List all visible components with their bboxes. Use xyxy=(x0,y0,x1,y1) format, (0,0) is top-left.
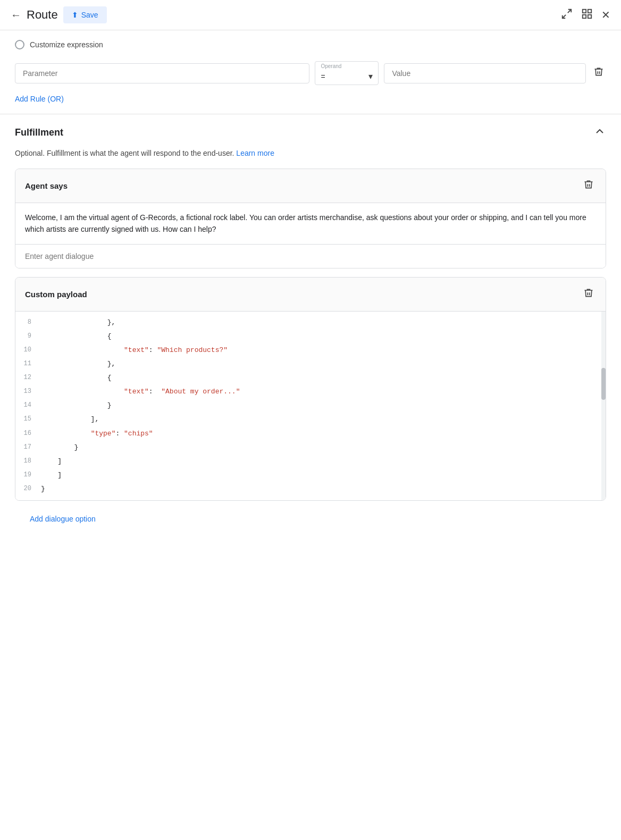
agent-dialogue-input[interactable] xyxy=(15,245,606,268)
delete-payload-button[interactable] xyxy=(581,285,596,304)
line-content: { xyxy=(41,331,112,342)
line-content: "text": "Which products?" xyxy=(41,345,228,356)
code-scroll-wrapper: 8 },9 {10 "text": "Which products?"11 },… xyxy=(15,312,606,500)
header-left: ← Route ⬆ Save xyxy=(11,6,555,23)
line-content: } xyxy=(41,483,45,495)
code-line: 10 "text": "Which products?" xyxy=(15,343,606,357)
line-content: "type": "chips" xyxy=(41,428,153,440)
add-dialogue-option-button[interactable]: Add dialogue option xyxy=(30,515,96,523)
line-content: } xyxy=(41,442,78,453)
fulfillment-description: Optional. Fulfillment is what the agent … xyxy=(15,148,606,159)
add-rule-row: Add Rule (OR) xyxy=(0,91,621,114)
line-number: 20 xyxy=(15,483,41,494)
collapse-icon[interactable] xyxy=(593,125,606,140)
customize-radio[interactable] xyxy=(15,40,24,49)
code-line: 19 ] xyxy=(15,468,606,482)
fullscreen-icon[interactable] xyxy=(561,8,573,22)
operand-select[interactable]: = ▾ xyxy=(315,62,378,85)
line-number: 14 xyxy=(15,400,41,410)
line-number: 16 xyxy=(15,428,41,439)
code-line: 16 "type": "chips" xyxy=(15,427,606,441)
fulfillment-section: Fulfillment Optional. Fulfillment is wha… xyxy=(0,114,621,549)
line-content: } xyxy=(41,400,112,411)
line-number: 11 xyxy=(15,358,41,369)
line-content: ] xyxy=(41,469,62,481)
fulfillment-title: Fulfillment xyxy=(15,127,63,138)
line-content: }, xyxy=(41,358,115,370)
svg-rect-5 xyxy=(588,14,591,18)
code-line: 14 } xyxy=(15,399,606,413)
operand-group[interactable]: Operand = ▾ xyxy=(315,61,379,85)
svg-rect-4 xyxy=(583,14,586,18)
line-number: 19 xyxy=(15,469,41,480)
code-string-value: "Which products?" xyxy=(157,346,228,354)
close-icon[interactable]: ✕ xyxy=(601,9,610,21)
code-line: 12 { xyxy=(15,371,606,385)
line-number: 15 xyxy=(15,414,41,424)
code-string-value: "About my order..." xyxy=(161,388,240,396)
agent-says-card: Agent says Welcome, I am the virtual age… xyxy=(15,169,606,268)
value-input[interactable] xyxy=(384,63,586,83)
code-line: 20} xyxy=(15,482,606,496)
code-line: 8 }, xyxy=(15,316,606,330)
delete-rule-button[interactable] xyxy=(591,64,606,82)
save-label: Save xyxy=(81,11,98,19)
line-number: 17 xyxy=(15,442,41,452)
operand-value: = xyxy=(321,72,368,81)
scrollbar-track xyxy=(601,312,606,500)
code-line: 9 { xyxy=(15,330,606,343)
customize-label: Customize expression xyxy=(30,40,103,49)
code-line: 17 } xyxy=(15,441,606,455)
code-line: 11 }, xyxy=(15,357,606,371)
line-number: 8 xyxy=(15,317,41,327)
svg-line-0 xyxy=(568,9,571,12)
save-button[interactable]: ⬆ Save xyxy=(63,6,107,23)
add-dialogue-row: Add dialogue option xyxy=(15,509,606,538)
grid-icon[interactable] xyxy=(581,8,593,22)
code-string-value: "chips" xyxy=(124,430,153,438)
line-number: 13 xyxy=(15,386,41,397)
line-content: ], xyxy=(41,414,99,425)
agent-says-header: Agent says xyxy=(15,169,606,203)
code-string: "text" xyxy=(124,346,149,354)
line-number: 18 xyxy=(15,456,41,466)
svg-rect-3 xyxy=(588,9,591,12)
fulfillment-section-header: Fulfillment xyxy=(15,125,606,140)
line-number: 12 xyxy=(15,372,41,383)
code-string: "text" xyxy=(124,388,149,396)
delete-agent-says-button[interactable] xyxy=(581,177,596,195)
code-line: 13 "text": "About my order..." xyxy=(15,385,606,399)
svg-rect-2 xyxy=(583,9,586,12)
custom-payload-header: Custom payload xyxy=(15,278,606,312)
custom-payload-title: Custom payload xyxy=(25,290,87,299)
page-title: Route xyxy=(27,8,58,22)
code-line: 18 ] xyxy=(15,455,606,468)
header: ← Route ⬆ Save ✕ xyxy=(0,0,621,30)
line-content: ] xyxy=(41,456,62,467)
line-content: "text": "About my order..." xyxy=(41,386,240,398)
header-icons: ✕ xyxy=(561,8,610,22)
code-block[interactable]: 8 },9 {10 "text": "Which products?"11 },… xyxy=(15,312,606,500)
back-button[interactable]: ← xyxy=(11,10,21,20)
code-string: "type" xyxy=(91,430,116,438)
parameter-input[interactable] xyxy=(15,63,309,83)
line-number: 10 xyxy=(15,345,41,355)
save-icon: ⬆ xyxy=(72,11,78,19)
chevron-down-icon: ▾ xyxy=(368,71,373,81)
line-number: 9 xyxy=(15,331,41,341)
add-rule-or-button[interactable]: Add Rule (OR) xyxy=(15,95,64,103)
rule-row: Operand = ▾ xyxy=(0,59,621,91)
learn-more-link[interactable]: Learn more xyxy=(236,149,274,157)
line-content: }, xyxy=(41,317,115,329)
custom-payload-card: Custom payload 8 },9 {10 "text": "Which … xyxy=(15,277,606,501)
svg-line-1 xyxy=(563,14,566,18)
agent-text-content: Welcome, I am the virtual agent of G-Rec… xyxy=(15,203,606,245)
scrollbar-thumb[interactable] xyxy=(601,368,606,400)
customize-expression-row: Customize expression xyxy=(0,30,621,59)
line-content: { xyxy=(41,372,112,384)
code-line: 15 ], xyxy=(15,413,606,426)
agent-says-title: Agent says xyxy=(25,181,68,190)
